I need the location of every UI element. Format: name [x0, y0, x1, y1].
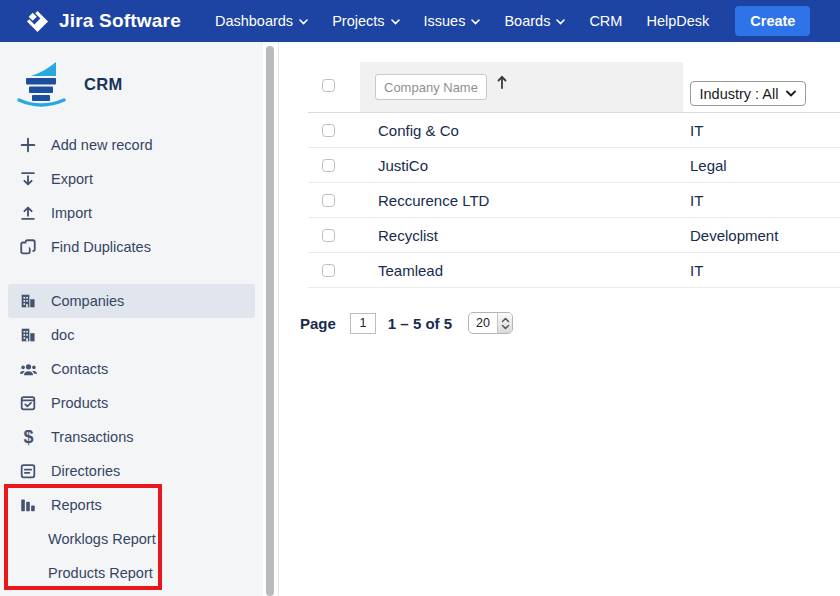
stepper-up-down-icon[interactable] [497, 313, 512, 333]
sidebar-item-products-report[interactable]: Products Report [8, 556, 255, 590]
crm-sidebar: CRM Add new record Export [0, 42, 263, 596]
crm-funnel-logo-icon [16, 60, 68, 108]
nav-boards[interactable]: Boards [492, 7, 577, 35]
import-icon [18, 203, 38, 223]
row-checkbox[interactable] [322, 229, 335, 242]
sidebar-actions: Add new record Export Import [0, 128, 263, 264]
company-name-filter-input[interactable] [375, 74, 487, 100]
company-name-cell[interactable]: JustiCo [378, 157, 428, 174]
sidebar-item-contacts[interactable]: Contacts [8, 352, 255, 386]
sidebar-scrollbar-track[interactable] [263, 42, 279, 596]
jira-crm-page: Jira Software Dashboards Projects Issues… [0, 0, 840, 596]
chevron-down-icon [471, 19, 480, 25]
company-icon [18, 291, 38, 311]
sidebar-item-transactions[interactable]: $ Transactions [8, 420, 255, 454]
industry-cell: Legal [690, 157, 727, 174]
chevron-down-icon [391, 19, 400, 25]
select-all-checkbox[interactable] [322, 79, 335, 92]
dollar-icon: $ [18, 427, 38, 447]
crm-logo-row: CRM [16, 58, 263, 110]
nav-dashboards[interactable]: Dashboards [203, 7, 320, 35]
sidebar-item-import[interactable]: Import [8, 196, 255, 230]
industry-cell: IT [690, 262, 703, 279]
companies-table: Industry : All Config & Co IT JustiCo Le… [279, 42, 840, 596]
sidebar-item-worklogs-report[interactable]: Worklogs Report [8, 522, 255, 556]
top-navbar: Jira Software Dashboards Projects Issues… [0, 0, 840, 42]
chevron-down-icon [786, 90, 796, 97]
company-name-cell[interactable]: Teamlead [378, 262, 443, 279]
industry-cell: Development [690, 227, 778, 244]
page-number-input[interactable] [350, 313, 376, 334]
sidebar-item-add-new-record[interactable]: Add new record [8, 128, 255, 162]
chevron-down-icon [556, 19, 565, 25]
nav-helpdesk[interactable]: HelpDesk [634, 7, 721, 35]
svg-text:$: $ [23, 428, 33, 447]
sidebar-item-reports[interactable]: Reports [8, 488, 255, 522]
table-row[interactable]: JustiCo Legal [308, 148, 840, 183]
pagination-bar: Page 1 – 5 of 5 20 [300, 312, 513, 334]
industry-cell: IT [690, 192, 703, 209]
table-rows: Config & Co IT JustiCo Legal Reccurence … [308, 112, 840, 288]
table-row[interactable]: Reccurence LTD IT [308, 183, 840, 218]
table-row[interactable]: Recyclist Development [308, 218, 840, 253]
nav-menu: Dashboards Projects Issues Boards CRM He… [203, 7, 721, 35]
page-size-select[interactable]: 20 [468, 312, 513, 334]
row-checkbox[interactable] [322, 159, 335, 172]
sort-ascending-icon[interactable] [495, 73, 509, 95]
table-row[interactable]: Teamlead IT [308, 253, 840, 288]
duplicates-icon [18, 237, 38, 257]
page-label: Page [300, 315, 336, 332]
sidebar-item-doc[interactable]: doc [8, 318, 255, 352]
sidebar-item-export[interactable]: Export [8, 162, 255, 196]
row-checkbox[interactable] [322, 124, 335, 137]
jira-logo-icon [26, 10, 49, 33]
products-icon [18, 393, 38, 413]
sidebar-scrollbar-thumb[interactable] [266, 46, 274, 596]
reports-icon [18, 495, 38, 515]
company-icon [18, 325, 38, 345]
sidebar-item-directories[interactable]: Directories [8, 454, 255, 488]
industry-filter-select[interactable]: Industry : All [690, 81, 806, 106]
sidebar-item-products[interactable]: Products [8, 386, 255, 420]
nav-issues[interactable]: Issues [412, 7, 493, 35]
brand[interactable]: Jira Software [26, 10, 181, 33]
brand-title: Jira Software [59, 10, 181, 32]
sidebar-app-title: CRM [84, 75, 122, 94]
company-name-cell[interactable]: Config & Co [378, 122, 459, 139]
pagination-range-text: 1 – 5 of 5 [388, 315, 452, 332]
plus-icon [18, 135, 38, 155]
create-button[interactable]: Create [735, 6, 810, 36]
nav-projects[interactable]: Projects [320, 7, 411, 35]
export-icon [18, 169, 38, 189]
directories-icon [18, 461, 38, 481]
sidebar-sections: Companies doc Contacts [0, 284, 263, 590]
table-row[interactable]: Config & Co IT [308, 113, 840, 148]
company-name-cell[interactable]: Reccurence LTD [378, 192, 489, 209]
nav-crm[interactable]: CRM [577, 7, 634, 35]
chevron-down-icon [299, 19, 308, 25]
row-checkbox[interactable] [322, 264, 335, 277]
company-name-cell[interactable]: Recyclist [378, 227, 438, 244]
sidebar-item-find-duplicates[interactable]: Find Duplicates [8, 230, 255, 264]
row-checkbox[interactable] [322, 194, 335, 207]
contacts-icon [18, 359, 38, 379]
sidebar-item-companies[interactable]: Companies [8, 284, 255, 318]
industry-cell: IT [690, 122, 703, 139]
